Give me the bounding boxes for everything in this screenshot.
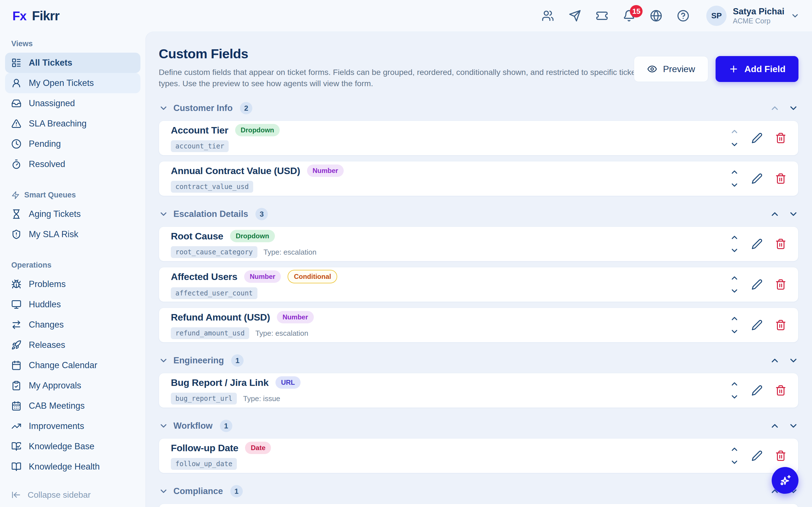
sidebar-item-my-sla-risk[interactable]: My SLA Risk xyxy=(5,224,140,244)
field-meta: Type: issue xyxy=(243,394,280,403)
move-field-up-button[interactable] xyxy=(730,233,739,242)
ai-assistant-fab[interactable] xyxy=(772,467,799,494)
sidebar-item-all-tickets[interactable]: All Tickets xyxy=(5,53,140,73)
user-icon xyxy=(11,78,21,88)
move-group-up-button[interactable] xyxy=(770,103,780,113)
sidebar-item-label: Problems xyxy=(29,279,66,289)
move-field-up-button[interactable] xyxy=(730,314,739,323)
sidebar-item-my-approvals[interactable]: My Approvals xyxy=(5,376,140,396)
edit-field-button[interactable] xyxy=(751,320,763,331)
move-group-up-button[interactable] xyxy=(770,355,780,365)
preview-label: Preview xyxy=(663,64,695,74)
sidebar-item-resolved[interactable]: Resolved xyxy=(5,154,140,174)
move-field-up-button[interactable] xyxy=(730,379,739,388)
delete-field-button[interactable] xyxy=(775,450,786,461)
field-card-partial xyxy=(159,504,799,507)
globe-icon[interactable] xyxy=(650,10,662,22)
move-field-up-button[interactable] xyxy=(730,274,739,283)
sidebar-item-problems[interactable]: Problems xyxy=(5,274,140,294)
move-field-down-button[interactable] xyxy=(730,140,739,149)
field-label: Annual Contract Value (USD) xyxy=(171,165,300,176)
sidebar-item-unassigned[interactable]: Unassigned xyxy=(5,93,140,114)
collapse-group-button[interactable] xyxy=(159,487,168,496)
field-meta: Type: escalation xyxy=(255,329,308,338)
calendar-icon xyxy=(11,360,21,371)
delete-field-button[interactable] xyxy=(775,320,786,331)
preview-button[interactable]: Preview xyxy=(634,56,708,82)
trending-up-icon xyxy=(11,421,21,431)
users-icon[interactable] xyxy=(542,10,554,22)
sidebar-item-cab-meetings[interactable]: CAB Meetings xyxy=(5,396,140,416)
collapse-group-button[interactable] xyxy=(159,421,168,431)
move-field-down-button[interactable] xyxy=(730,392,739,401)
move-field-down-button[interactable] xyxy=(730,327,739,336)
move-group-up-button[interactable] xyxy=(770,209,780,219)
collapse-group-button[interactable] xyxy=(159,356,168,365)
move-field-up-button[interactable] xyxy=(730,445,739,454)
sidebar-item-huddles[interactable]: Huddles xyxy=(5,294,140,315)
help-icon[interactable] xyxy=(677,10,689,22)
delete-field-button[interactable] xyxy=(775,279,786,290)
edit-field-button[interactable] xyxy=(751,132,763,144)
edit-field-button[interactable] xyxy=(751,385,763,396)
ticket-icon[interactable] xyxy=(596,10,608,22)
pencil-icon xyxy=(751,173,763,184)
rocket-icon xyxy=(11,340,21,350)
field-key: root_cause_category xyxy=(171,246,257,258)
notification-badge: 15 xyxy=(630,5,643,17)
user-menu[interactable]: SP Satya Pichai ACME Corp xyxy=(706,6,800,26)
app-logo[interactable]: Fx Fikrr xyxy=(12,8,59,23)
sidebar-item-change-calendar[interactable]: Change Calendar xyxy=(5,355,140,376)
collapse-group-button[interactable] xyxy=(159,209,168,219)
sidebar-section-operations: Operations xyxy=(5,261,140,270)
sidebar-item-pending[interactable]: Pending xyxy=(5,134,140,154)
edit-field-button[interactable] xyxy=(751,238,763,249)
move-group-down-button[interactable] xyxy=(788,421,799,431)
sidebar-item-releases[interactable]: Releases xyxy=(5,335,140,355)
delete-field-button[interactable] xyxy=(775,132,786,144)
edit-field-button[interactable] xyxy=(751,279,763,290)
sidebar-item-improvements[interactable]: Improvements xyxy=(5,416,140,436)
move-field-up-button[interactable] xyxy=(730,168,739,177)
trash-icon xyxy=(775,173,786,184)
bell-icon[interactable]: 15 xyxy=(623,10,635,22)
move-group-down-button[interactable] xyxy=(788,355,799,365)
add-field-button[interactable]: Add Field xyxy=(716,56,799,82)
trash-icon xyxy=(775,385,786,396)
move-field-down-button[interactable] xyxy=(730,246,739,255)
collapse-sidebar-button[interactable]: Collapse sidebar xyxy=(11,490,91,500)
field-type-badge: Dropdown xyxy=(230,230,275,242)
chevron-down-icon xyxy=(791,11,800,20)
trash-icon xyxy=(775,279,786,290)
page-description: Define custom fields that appear on tick… xyxy=(159,66,655,89)
sidebar-item-knowledge-health[interactable]: Knowledge Health xyxy=(5,457,140,477)
edit-field-button[interactable] xyxy=(751,173,763,184)
pencil-icon xyxy=(751,385,763,396)
sidebar-item-sla-breaching[interactable]: SLA Breaching xyxy=(5,114,140,134)
field-type-badge: Date xyxy=(245,442,271,454)
logo-mark: Fx xyxy=(12,9,26,23)
pencil-icon xyxy=(751,132,763,144)
move-field-down-button[interactable] xyxy=(730,286,739,295)
send-icon[interactable] xyxy=(569,10,581,22)
sidebar-item-knowledge-base[interactable]: Knowledge Base xyxy=(5,436,140,457)
field-label: Bug Report / Jira Link xyxy=(171,377,269,388)
collapse-group-button[interactable] xyxy=(159,103,168,113)
clipboard-check-icon xyxy=(11,381,21,391)
field-type-badge: URL xyxy=(275,376,301,389)
move-group-down-button[interactable] xyxy=(788,209,799,219)
move-field-up-button[interactable] xyxy=(730,127,739,136)
bug-icon xyxy=(11,279,21,289)
edit-field-button[interactable] xyxy=(751,450,763,461)
move-group-down-button[interactable] xyxy=(788,103,799,113)
delete-field-button[interactable] xyxy=(775,385,786,396)
delete-field-button[interactable] xyxy=(775,238,786,249)
field-type-badge: Number xyxy=(244,270,281,283)
delete-field-button[interactable] xyxy=(775,173,786,184)
sidebar-item-aging-tickets[interactable]: Aging Tickets xyxy=(5,204,140,224)
move-field-down-button[interactable] xyxy=(730,458,739,467)
sidebar-item-changes[interactable]: Changes xyxy=(5,315,140,335)
move-group-up-button[interactable] xyxy=(770,421,780,431)
move-field-down-button[interactable] xyxy=(730,180,739,189)
sidebar-item-my-open-tickets[interactable]: My Open Tickets xyxy=(5,73,140,93)
